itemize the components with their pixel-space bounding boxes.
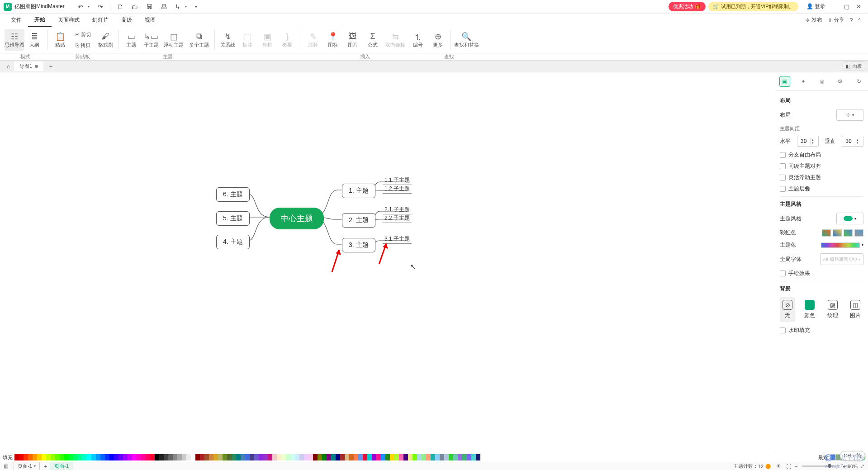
summary-button[interactable]: }概要 (277, 29, 297, 51)
summary-label: 概要 (282, 42, 292, 48)
gift-icon: 🎁 (695, 4, 701, 9)
app-logo: M (4, 3, 12, 11)
multi-topic-button[interactable]: ⧉多个主题 (186, 29, 212, 51)
callout-label: 标注 (242, 42, 252, 48)
image-label: 图片 (348, 42, 358, 48)
subtopic-button[interactable]: ↳▭子主题 (141, 29, 161, 51)
user-icon: 👤 (806, 3, 813, 9)
group-label-find: 查找 (433, 53, 465, 60)
format-painter-label: 格式刷 (98, 42, 113, 48)
help-icon[interactable]: ? (850, 17, 853, 24)
panel-toggle-button[interactable]: ◧面板 (843, 62, 865, 71)
menu-start[interactable]: 开始 (28, 13, 52, 27)
more-icon: ⊕ (435, 32, 441, 42)
formula-icon: Σ (370, 32, 375, 42)
redo-icon[interactable]: ↷ (95, 2, 105, 12)
promo2-text: 试用已到期，开通VIP解锁限制。 (721, 3, 794, 10)
icon-label: 图标 (328, 42, 338, 48)
menu-file[interactable]: 文件 (5, 14, 28, 27)
share-button[interactable]: ⇪分享 (828, 16, 844, 24)
cut-label: 剪切 (81, 31, 91, 38)
relation-button[interactable]: ↯关系线 (218, 29, 237, 51)
callout-button[interactable]: ⬚标注 (237, 29, 257, 51)
brush-icon: 🖌 (101, 32, 109, 42)
link-icon: ⇆ (392, 32, 399, 42)
copy-label: 拷贝 (81, 42, 90, 49)
new-icon[interactable]: 🗋 (115, 2, 126, 12)
copy-button[interactable]: ⎘拷贝 (70, 40, 95, 51)
number-button[interactable]: ⒈编号 (408, 29, 428, 51)
publish-button[interactable]: ✈发布 (806, 16, 822, 24)
topic-button[interactable]: ▭主题 (121, 29, 141, 51)
number-label: 编号 (413, 42, 423, 48)
outline-mode-button[interactable]: ≣大纲 (24, 29, 44, 51)
group-label-blank (217, 53, 297, 60)
menu-slides[interactable]: 幻灯片 (86, 14, 115, 27)
qat-customize-icon[interactable]: ▾ (193, 3, 199, 10)
relation-label: 关系线 (220, 42, 235, 48)
mindmap-icon: ☷ (11, 32, 18, 42)
floating-topic-button[interactable]: ◫浮动主题 (161, 29, 186, 51)
print-icon[interactable]: 🖶 (158, 2, 169, 12)
login-label: 登录 (815, 3, 825, 9)
export-dropdown-icon[interactable]: ▾ (183, 3, 189, 10)
separator (110, 3, 110, 10)
close-button[interactable]: ✕ (853, 3, 864, 10)
formula-button[interactable]: Σ公式 (363, 29, 383, 51)
format-painter-button[interactable]: 🖌格式刷 (95, 29, 115, 51)
hyperlink-label: 双向链接 (385, 42, 405, 48)
promo-badge-1[interactable]: 优惠活动🎁 (669, 2, 706, 11)
export-icon[interactable]: ↳ (173, 2, 183, 12)
menu-view[interactable]: 视图 (138, 14, 162, 27)
minimize-button[interactable]: — (829, 3, 841, 10)
callout-icon: ⬚ (244, 32, 251, 42)
outline-label: 大纲 (29, 42, 39, 48)
pin-icon: 📍 (328, 32, 338, 42)
relation-icon: ↯ (224, 32, 231, 42)
promo1-text: 优惠活动 (673, 3, 693, 10)
save-icon[interactable]: 🖫 (144, 2, 155, 12)
hyperlink-button[interactable]: ⇆双向链接 (383, 29, 408, 51)
home-icon[interactable]: ⌂ (5, 62, 12, 71)
undo-icon[interactable]: ↶ (76, 2, 85, 12)
group-label-topic: 主题 (119, 53, 217, 60)
copy-icon: ⎘ (76, 43, 79, 48)
menu-advanced[interactable]: 高级 (115, 14, 138, 27)
group-label-clipboard: 剪贴板 (46, 53, 119, 60)
floating-icon: ◫ (170, 32, 178, 42)
collapse-ribbon-icon[interactable]: ^ (858, 17, 861, 24)
outline-icon: ≣ (31, 32, 38, 42)
cut-button[interactable]: ✂剪切 (70, 29, 95, 40)
mindmap-mode-button[interactable]: ☷思维导图 (5, 29, 24, 51)
formula-label: 公式 (368, 42, 378, 48)
panel-icon: ◧ (846, 63, 850, 69)
find-replace-button[interactable]: 🔍查找和替换 (454, 29, 479, 51)
icon-button[interactable]: 📍图标 (323, 29, 343, 51)
more-button[interactable]: ⊕更多 (428, 29, 448, 51)
summary-icon: } (286, 32, 289, 42)
separator (214, 30, 215, 50)
image-button[interactable]: 🖼图片 (343, 29, 363, 51)
undo-dropdown-icon[interactable]: ▾ (85, 3, 92, 10)
separator (47, 30, 47, 50)
boundary-button[interactable]: ▣外框 (257, 29, 277, 51)
cut-icon: ✂ (75, 32, 79, 38)
search-icon: 🔍 (461, 32, 471, 42)
document-tab[interactable]: 导图1 (14, 62, 43, 71)
image-icon: 🖼 (349, 32, 357, 42)
separator (300, 30, 300, 50)
maximize-button[interactable]: ▢ (841, 3, 853, 10)
open-icon[interactable]: 🗁 (129, 2, 140, 12)
boundary-label: 外框 (262, 42, 272, 48)
promo-badge-2[interactable]: 🛒试用已到期，开通VIP解锁限制。 (708, 2, 798, 11)
cart-icon: 🛒 (713, 4, 719, 9)
app-name: 亿图脑图MindMaster (14, 3, 65, 10)
note-button[interactable]: ✎注释 (303, 29, 323, 51)
mindmap-label: 思维导图 (5, 42, 24, 48)
menu-page-style[interactable]: 页面样式 (52, 14, 86, 27)
add-tab-button[interactable]: + (45, 62, 56, 71)
login-button[interactable]: 👤 登录 (806, 3, 825, 10)
paste-button[interactable]: 📋粘贴 (50, 29, 70, 51)
separator (451, 30, 451, 50)
subtopic-icon: ↳▭ (144, 32, 158, 42)
